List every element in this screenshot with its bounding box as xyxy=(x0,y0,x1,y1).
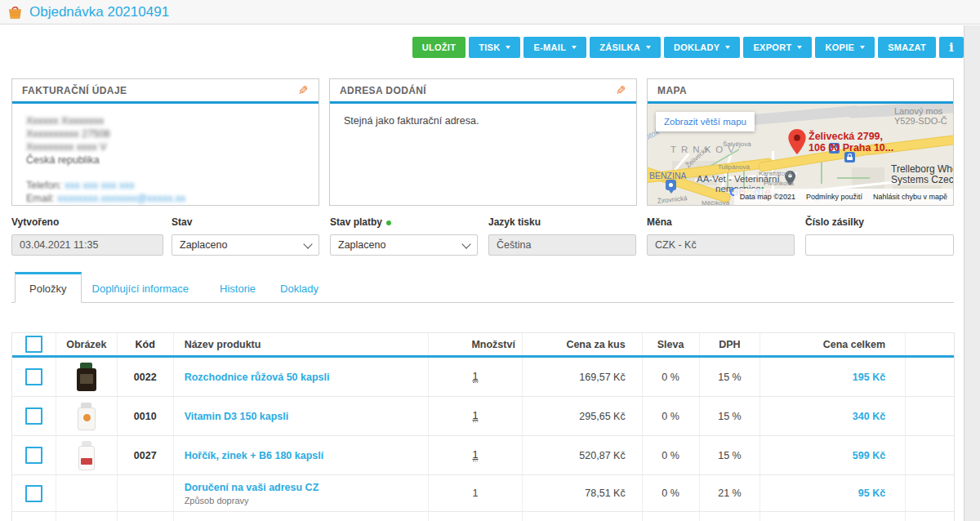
chevron-down-icon xyxy=(725,46,730,49)
quantity-editable[interactable]: 1 xyxy=(473,449,479,461)
order-items-table: Obrázek Kód Název produktu Množství Cena… xyxy=(11,332,955,521)
tab-items[interactable]: Položky xyxy=(15,272,82,303)
row-checkbox[interactable] xyxy=(25,485,42,502)
total-price-link[interactable]: 599 Kč xyxy=(853,450,885,461)
documents-button[interactable]: DOKLADY xyxy=(664,37,741,58)
email-button[interactable]: E-MAIL xyxy=(523,37,586,58)
email-button-label: E-MAIL xyxy=(533,42,566,52)
product-code: 0027 xyxy=(118,436,174,474)
total-price-link[interactable]: 340 Kč xyxy=(853,411,885,422)
copy-button[interactable]: KOPIE xyxy=(815,37,875,58)
product-link[interactable]: Rozchodnice růžová 50 kapsli xyxy=(185,372,330,383)
col-header-unit-price: Cena za kus xyxy=(523,333,643,355)
payment-status-select[interactable]: Zaplaceno xyxy=(330,234,478,256)
billing-panel-body: Xxxxxx Xxxxxxxx Xxxxxxxxxx 27508 Xxxxxxx… xyxy=(12,104,318,205)
map-marker-icon[interactable] xyxy=(788,129,806,158)
order-toolbar: ULOŽIT TISK E-MAIL ZÁSILKA DOKLADY EXPOR… xyxy=(11,37,964,58)
shipment-button[interactable]: ZÁSILKA xyxy=(590,37,661,58)
payment-status-label: Stav platby xyxy=(330,216,478,228)
marker-address-line1: Želivecká 2799, xyxy=(808,131,883,142)
total-price-link[interactable]: 195 Kč xyxy=(853,372,885,383)
redacted-line: Xxxxxxxxxx 27508 xyxy=(26,127,305,140)
chevron-down-icon xyxy=(860,46,865,49)
export-button[interactable]: EXPORT xyxy=(743,37,812,58)
map-terms-link[interactable]: Podmínky použití xyxy=(806,190,862,203)
print-button[interactable]: TISK xyxy=(469,37,520,58)
row-checkbox[interactable] xyxy=(25,407,42,425)
documents-button-label: DOKLADY xyxy=(674,42,720,52)
email-link[interactable]: xxxxxxxx.xxxxxxx@xxxxx.xx xyxy=(57,193,185,204)
address-panels: FAKTURAČNÍ ÚDAJE Xxxxxx Xxxxxxxx Xxxxxxx… xyxy=(11,78,954,206)
status-label: Stav xyxy=(172,216,319,228)
redacted-line: Xxxxxxxxx xxxx V xyxy=(26,140,305,154)
street-label: Tulipánová xyxy=(718,161,750,174)
col-header-discount: Sleva xyxy=(643,333,700,355)
vat: 21 % xyxy=(700,475,761,511)
billing-phone-row: Telefon: xxx xxx xxx xxx xyxy=(26,179,305,192)
street-label: Měčíková xyxy=(702,197,729,205)
discount: 0 % xyxy=(643,512,700,521)
map-report-link[interactable]: Nahlásit chybu v mapě xyxy=(873,190,947,203)
table-row: 0022 Rozchodnice růžová 50 kapsli 1 169,… xyxy=(12,358,954,397)
created-label: Vytvořeno xyxy=(11,216,163,228)
status-select[interactable]: Zaplaceno xyxy=(172,234,319,256)
print-button-label: TISK xyxy=(479,42,500,52)
delete-button[interactable]: SMAZAT xyxy=(878,37,936,58)
shipping-panel: ADRESA DODÁNÍ Stejná jako fakturační adr… xyxy=(329,78,637,206)
quantity-editable[interactable]: 1 xyxy=(473,371,479,383)
product-link[interactable]: Vitamin D3 150 kapsli xyxy=(185,411,289,422)
email-label: Email: xyxy=(26,193,55,204)
marker-address-line2: 106 00 Praha 10... xyxy=(808,142,893,154)
created-input: 03.04.2021 11:35 xyxy=(11,234,163,256)
currency-label: Měna xyxy=(647,216,795,228)
col-header-code: Kód xyxy=(118,333,174,355)
larger-map-link[interactable]: Zobrazit větší mapu xyxy=(656,112,755,131)
shipment-button-label: ZÁSILKA xyxy=(599,42,640,52)
quantity-editable[interactable]: 1 xyxy=(473,410,479,422)
tracking-number-input[interactable] xyxy=(805,234,954,256)
edit-pencil-icon[interactable] xyxy=(298,84,309,96)
status-select-value: Zaplaceno xyxy=(180,239,227,251)
phone-link[interactable]: xxx xxx xxx xxx xyxy=(65,180,134,191)
save-button[interactable]: ULOŽIT xyxy=(412,37,466,58)
tab-documents[interactable]: Doklady xyxy=(270,274,329,302)
shipping-note: Stejná jako fakturační adresa. xyxy=(344,114,622,127)
discount: 0 % xyxy=(643,397,700,435)
map-bridge-line2: Y529-SDO-Č xyxy=(894,116,947,126)
map-bridge-line1: Lanový mos xyxy=(894,106,947,116)
billing-panel-header: FAKTURAČNÍ ÚDAJE xyxy=(12,79,318,104)
row-checkbox[interactable] xyxy=(25,447,42,464)
redacted-line: Xxxxxx Xxxxxxxx xyxy=(26,114,305,127)
col-header-actions xyxy=(906,333,954,355)
order-tabs: Položky Doplňující informace Historie Do… xyxy=(11,273,954,303)
tab-history[interactable]: Historie xyxy=(209,274,266,302)
discount: 0 % xyxy=(643,436,700,474)
select-all-checkbox[interactable] xyxy=(25,336,42,353)
vat: 15 % xyxy=(700,397,761,435)
quantity: 1 xyxy=(429,475,523,511)
info-button[interactable]: i xyxy=(939,37,964,58)
product-code xyxy=(118,512,174,521)
street-label: Šalvějová xyxy=(723,138,751,151)
row-checkbox[interactable] xyxy=(25,368,42,385)
export-button-label: EXPORT xyxy=(753,42,791,52)
created-field: Vytvořeno 03.04.2021 11:35 xyxy=(11,216,163,256)
product-image xyxy=(77,363,96,391)
unit-price: 169,57 Kč xyxy=(579,372,625,383)
edit-pencil-icon[interactable] xyxy=(616,84,626,96)
product-link[interactable]: Hořčík, zinek + B6 180 kapslí xyxy=(185,450,324,461)
total-price-link[interactable]: 95 Kč xyxy=(858,488,885,499)
status-field: Stav Zaplaceno xyxy=(172,216,319,256)
table-row: 0010 Vitamin D3 150 kapsli 1 295,65 Kč 0… xyxy=(12,397,954,436)
title-bar: Objednávka 20210491 xyxy=(0,0,980,24)
map-panel-body: ptok TRNKOV Lanový mos Y529-SDO-Č Trelle… xyxy=(648,104,953,205)
payment-status-field: Stav platby Zaplaceno xyxy=(330,216,478,256)
tracking-number-field: Číslo zásilky xyxy=(805,216,954,256)
google-map[interactable]: ptok TRNKOV Lanový mos Y529-SDO-Č Trelle… xyxy=(648,104,953,205)
shipping-method-link[interactable]: Doručení na vaši adresu CZ xyxy=(185,482,319,493)
tab-additional-info[interactable]: Doplňující informace xyxy=(82,274,200,302)
delete-button-label: SMAZAT xyxy=(888,42,926,52)
map-panel-title: MAPA xyxy=(657,85,687,96)
print-language-label: Jazyk tisku xyxy=(488,216,636,228)
unit-price: 78,51 Kč xyxy=(585,488,625,499)
